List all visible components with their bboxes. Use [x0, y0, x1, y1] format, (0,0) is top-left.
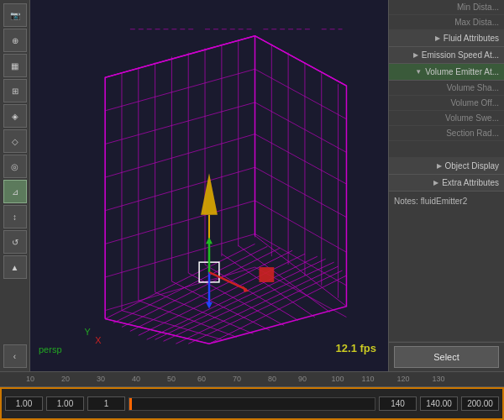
svg-line-5	[147, 256, 318, 339]
select-tool-btn[interactable]: ⊿	[3, 180, 27, 203]
move-tool-btn[interactable]: ↕	[3, 205, 27, 228]
left-toolbar: 📷 ⊕ ▦ ⊞ ◈ ◇ ◎ ⊿ ↕ ↺ ▲ ‹	[0, 0, 30, 371]
svg-line-37	[105, 234, 255, 277]
ruler-tick-100: 100	[331, 375, 344, 383]
svg-marker-66	[243, 286, 249, 292]
ruler-tick-130: 130	[432, 375, 444, 383]
top-area: 📷 ⊕ ▦ ⊞ ◈ ◇ ◎ ⊿ ↕ ↺ ▲ ‹	[0, 0, 504, 371]
timeline-frame-field[interactable]	[87, 396, 125, 411]
svg-line-38	[105, 267, 255, 311]
ruler-tick-40: 40	[132, 375, 140, 383]
ruler-tick-80: 80	[268, 375, 276, 383]
viewport-label: persp	[39, 344, 62, 354]
extra-attributes-section[interactable]: ▶ Extra Attributes	[389, 175, 504, 192]
select-btn-container: Select	[389, 342, 504, 371]
svg-line-42	[255, 134, 346, 184]
svg-line-34	[105, 134, 255, 178]
timeline-end-current-field[interactable]	[379, 396, 417, 411]
object-display-arrow: ▶	[437, 162, 442, 170]
select-button[interactable]: Select	[394, 346, 499, 368]
fluid-attributes-label: Fluid Attributes	[444, 34, 499, 43]
timeline-end-start-field[interactable]	[420, 396, 458, 411]
curve-tool-btn[interactable]: ◇	[3, 129, 27, 153]
mesh-tool-btn[interactable]: ◈	[3, 104, 27, 128]
svg-line-33	[105, 102, 255, 144]
emission-speed-arrow: ▶	[413, 51, 418, 59]
svg-line-32	[105, 69, 255, 111]
rotate-tool-btn[interactable]: ↺	[3, 230, 27, 254]
object-display-label: Object Display	[445, 161, 499, 171]
ruler-tick-30: 30	[97, 375, 105, 383]
ruler-tick-70: 70	[233, 375, 241, 383]
ruler-tick-20: 20	[61, 375, 70, 383]
timeline-cursor	[129, 398, 132, 410]
svg-line-43	[255, 167, 346, 217]
arrow-tool-btn[interactable]: ▲	[3, 255, 27, 279]
object-display-section[interactable]: ▶ Object Display	[389, 158, 504, 175]
svg-text:Y: Y	[84, 327, 91, 337]
section-rad-item: Section Rad...	[389, 126, 504, 141]
paint-tool-btn[interactable]: ◎	[3, 155, 27, 178]
fluid-attributes-section[interactable]: ▶ Fluid Attributes	[389, 30, 504, 47]
volume-off-item: Volume Off...	[389, 96, 504, 111]
main-container: 📷 ⊕ ▦ ⊞ ◈ ◇ ◎ ⊿ ↕ ↺ ▲ ‹	[0, 0, 504, 420]
svg-marker-64	[206, 237, 213, 244]
fps-label: 12.1 fps	[336, 342, 376, 354]
timeline-current-field[interactable]	[46, 396, 84, 411]
volume-emitter-label: Volume Emitter At...	[425, 67, 499, 76]
svg-line-41	[255, 102, 346, 152]
svg-text:X: X	[95, 335, 102, 345]
right-panel: Min Dista... Max Dista... ▶ Fluid Attrib…	[388, 0, 504, 371]
grid-tool-btn[interactable]: ⊞	[3, 79, 27, 102]
svg-line-14	[155, 292, 254, 334]
ruler-tick-120: 120	[396, 375, 409, 383]
max-dist-item: Max Dista...	[389, 15, 504, 30]
ruler-tick-50: 50	[167, 375, 176, 383]
timeline-track	[0, 387, 504, 420]
ruler-tick-110: 110	[361, 375, 374, 383]
timeline-end-total-field[interactable]	[461, 396, 499, 411]
ruler-tick-60: 60	[197, 375, 206, 383]
notes-label: Notes: fluidEmitter2	[389, 192, 504, 342]
camera-tool-btn[interactable]: 📷	[3, 3, 27, 27]
svg-line-44	[255, 201, 346, 252]
svg-line-19	[239, 245, 330, 312]
ruler-tick-90: 90	[298, 375, 307, 383]
transform-tool-btn[interactable]: ⊕	[3, 29, 27, 52]
layers-tool-btn[interactable]: ▦	[3, 54, 27, 77]
emission-speed-section[interactable]: ▶ Emission Speed At...	[389, 47, 504, 64]
timeline-area: 10 20 30 40 50 60 70 80 90 100 110 120 1…	[0, 371, 504, 420]
volume-emitter-arrow: ▼	[415, 68, 422, 76]
extra-attributes-label: Extra Attributes	[442, 178, 499, 187]
svg-line-35	[105, 167, 255, 211]
timeline-bar[interactable]	[129, 397, 375, 411]
svg-line-36	[105, 201, 255, 244]
volume-emitter-section[interactable]: ▼ Volume Emitter At...	[389, 64, 504, 81]
svg-rect-67	[259, 267, 274, 282]
fluid-attributes-arrow: ▶	[435, 34, 440, 42]
svg-line-2	[122, 248, 280, 327]
timeline-ruler[interactable]: 10 20 30 40 50 60 70 80 90 100 110 120 1…	[0, 372, 504, 387]
extra-attributes-arrow: ▶	[433, 179, 438, 186]
viewport[interactable]: Y X persp 12.1 fps	[30, 0, 388, 371]
min-dist-item: Min Dista...	[389, 0, 504, 15]
timeline-start-field[interactable]	[5, 396, 43, 411]
ruler-tick-10: 10	[26, 375, 34, 383]
svg-line-40	[255, 69, 346, 118]
emission-speed-label: Emission Speed At...	[422, 50, 499, 60]
volume-swe-item: Volume Swe...	[389, 111, 504, 126]
volume-sha-item: Volume Sha...	[389, 81, 504, 96]
svg-marker-58	[201, 173, 218, 215]
collapse-btn[interactable]: ‹	[3, 344, 27, 368]
